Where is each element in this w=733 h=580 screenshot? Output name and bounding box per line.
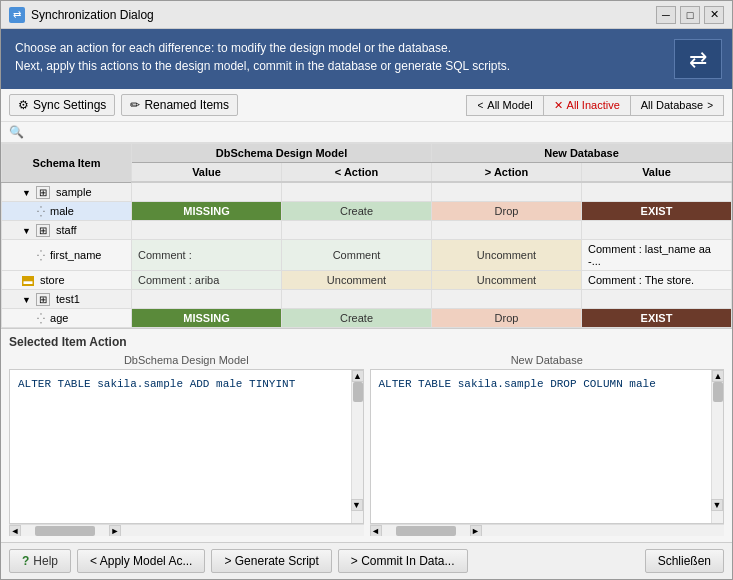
value1-cell — [132, 182, 282, 201]
table-row[interactable]: ⁛ first_name Comment : Comment Uncomment… — [2, 239, 732, 270]
design-model-hscroll[interactable]: ◄ ► — [9, 524, 364, 536]
value2-cell — [582, 289, 732, 308]
design-model-panel: DbSchema Design Model ALTER TABLE sakila… — [9, 354, 364, 537]
scroll-right-arrow[interactable]: ► — [109, 525, 121, 537]
col-icon: ⁛ — [37, 313, 45, 324]
design-model-code: ALTER TABLE sakila.sample ADD male TINYI… — [10, 370, 363, 399]
expand-icon: ▼ — [22, 226, 31, 236]
scroll-down-arrow[interactable]: ▼ — [351, 499, 363, 511]
renamed-items-icon: ✏ — [130, 98, 140, 112]
search-icon: 🔍 — [9, 125, 24, 139]
new-database-header: New Database — [432, 144, 732, 163]
action2-cell — [432, 289, 582, 308]
action1-cell: Uncomment — [282, 270, 432, 289]
new-database-vscroll[interactable]: ▲ ▼ — [711, 370, 723, 524]
sync-table: Schema Item DbSchema Design Model New Da… — [1, 143, 732, 328]
main-content: Schema Item DbSchema Design Model New Da… — [1, 143, 732, 542]
super-header-row: Schema Item DbSchema Design Model New Da… — [2, 144, 732, 163]
all-model-button[interactable]: < All Model — [466, 95, 543, 116]
value2-cell — [582, 220, 732, 239]
commit-data-button[interactable]: > Commit In Data... — [338, 549, 468, 573]
close-schliessen-button[interactable]: Schließen — [645, 549, 724, 573]
new-database-panel: New Database ALTER TABLE sakila.sample D… — [370, 354, 725, 537]
scroll-left-arrow[interactable]: ◄ — [9, 525, 21, 537]
design-model-vscroll[interactable]: ▲ ▼ — [351, 370, 363, 524]
window-title: Synchronization Dialog — [31, 8, 154, 22]
action1-cell — [282, 289, 432, 308]
renamed-items-button[interactable]: ✏ Renamed Items — [121, 94, 238, 116]
selected-item-section: Selected Item Action DbSchema Design Mod… — [1, 329, 732, 543]
scroll-up-arrow[interactable]: ▲ — [352, 370, 364, 382]
header-line1: Choose an action for each difference: to… — [15, 39, 672, 57]
action2-cell — [432, 182, 582, 201]
value1-cell: Comment : ariba — [132, 270, 282, 289]
value2-cell: Comment : The store. — [582, 270, 732, 289]
maximize-button[interactable]: □ — [680, 6, 700, 24]
scroll-up-arrow[interactable]: ▲ — [712, 370, 724, 382]
action2-cell: Uncomment — [432, 239, 582, 270]
scroll-down-arrow[interactable]: ▼ — [711, 499, 723, 511]
footer: ? Help < Apply Model Ac... > Generate Sc… — [1, 542, 732, 579]
scroll-thumb[interactable] — [713, 382, 723, 402]
all-inactive-x: ✕ — [554, 99, 563, 112]
apply-model-label: < Apply Model Ac... — [90, 554, 192, 568]
header-banner: Choose an action for each difference: to… — [1, 29, 732, 89]
apply-model-button[interactable]: < Apply Model Ac... — [77, 549, 205, 573]
all-database-arrow: > — [707, 100, 713, 111]
close-button[interactable]: ✕ — [704, 6, 724, 24]
hscroll-thumb[interactable] — [35, 526, 95, 536]
action1-cell — [282, 182, 432, 201]
action1-cell: Create — [282, 308, 432, 327]
new-database-code: ALTER TABLE sakila.sample DROP COLUMN ma… — [371, 370, 724, 399]
value1-cell: MISSING — [132, 308, 282, 327]
all-database-label: All Database — [641, 99, 703, 111]
table-row[interactable]: ⁛ male MISSING Create Drop EXIST — [2, 201, 732, 220]
folder-icon: ▬ — [22, 276, 34, 286]
table-row[interactable]: ▬ store Comment : ariba Uncomment Uncomm… — [2, 270, 732, 289]
value2-cell: EXIST — [582, 308, 732, 327]
scroll-thumb[interactable] — [353, 382, 363, 402]
value1-cell — [132, 220, 282, 239]
new-database-label: New Database — [370, 354, 725, 366]
schema-item-cell: ▬ store — [2, 270, 132, 289]
design-model-label: DbSchema Design Model — [9, 354, 364, 366]
col-action1-header: < Action — [282, 163, 432, 183]
table-row[interactable]: ▼ ⊞ test1 — [2, 289, 732, 308]
value1-cell: Comment : — [132, 239, 282, 270]
design-model-header: DbSchema Design Model — [132, 144, 432, 163]
all-model-arrow: < — [477, 100, 483, 111]
help-button[interactable]: ? Help — [9, 549, 71, 573]
help-icon: ? — [22, 554, 29, 568]
table-row[interactable]: ⁛ age MISSING Create Drop EXIST — [2, 308, 732, 327]
schema-item-cell: ⁛ male — [2, 201, 132, 220]
header-line2: Next, apply this actions to the design m… — [15, 57, 672, 75]
generate-script-button[interactable]: > Generate Script — [211, 549, 331, 573]
scroll-right-arrow[interactable]: ► — [470, 525, 482, 537]
expand-icon: ▼ — [22, 295, 31, 305]
hscroll-thumb[interactable] — [396, 526, 456, 536]
table-body: ▼ ⊞ sample ⁛ — [2, 182, 732, 327]
all-inactive-button[interactable]: ✕ All Inactive — [544, 95, 631, 116]
all-database-button[interactable]: All Database > — [631, 95, 724, 116]
new-database-hscroll[interactable]: ◄ ► — [370, 524, 725, 536]
table-scroll[interactable]: Schema Item DbSchema Design Model New Da… — [1, 143, 732, 328]
table-row[interactable]: ▼ ⊞ sample — [2, 182, 732, 201]
table-row[interactable]: ▼ ⊞ staff — [2, 220, 732, 239]
value2-cell: EXIST — [582, 201, 732, 220]
sync-table-container: Schema Item DbSchema Design Model New Da… — [1, 143, 732, 329]
action1-cell: Comment — [282, 239, 432, 270]
value2-cell — [582, 182, 732, 201]
col-value2-header: Value — [582, 163, 732, 183]
design-model-code-area: ALTER TABLE sakila.sample ADD male TINYI… — [9, 369, 364, 525]
title-bar-left: ⇄ Synchronization Dialog — [9, 7, 154, 23]
action2-cell: Drop — [432, 201, 582, 220]
minimize-button[interactable]: ─ — [656, 6, 676, 24]
schema-item-cell: ⁛ first_name — [2, 239, 132, 270]
sync-settings-label: Sync Settings — [33, 98, 106, 112]
sync-arrow-icon: ⇄ — [674, 39, 722, 79]
sync-settings-button[interactable]: ⚙ Sync Settings — [9, 94, 115, 116]
col-icon: ⁛ — [37, 250, 45, 261]
scroll-left-arrow[interactable]: ◄ — [370, 525, 382, 537]
schema-item-cell: ⁛ age — [2, 308, 132, 327]
selected-item-title: Selected Item Action — [9, 335, 724, 349]
